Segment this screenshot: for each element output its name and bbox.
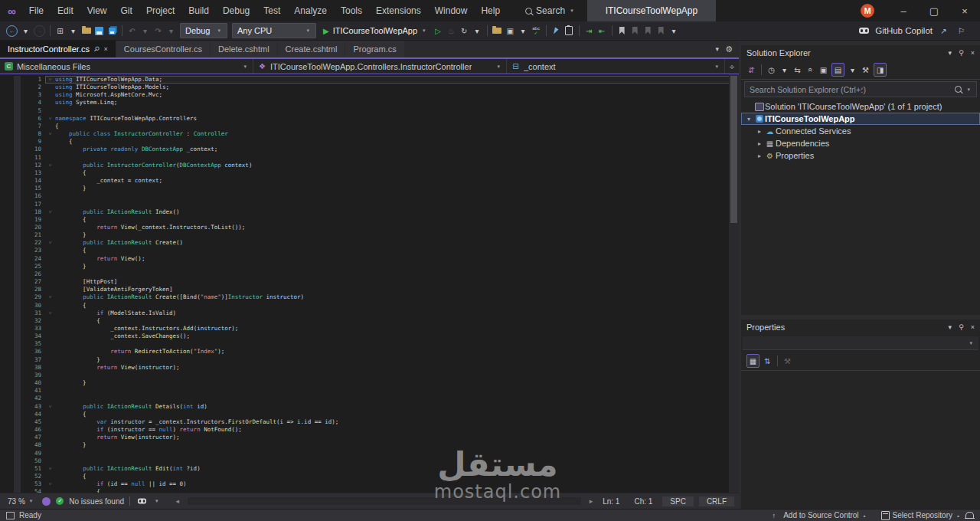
add-to-source-control-button[interactable]: ↑ Add to Source Control ▴ (767, 510, 867, 521)
code-line-36[interactable]: 36 return RedirectToAction("Index"); (0, 348, 739, 356)
fold-chevron-icon[interactable]: ˅ (45, 480, 55, 488)
solution-platforms-dropdown[interactable]: Any CPU ▾ (232, 23, 316, 38)
tree-item-connected-services[interactable]: ▸☁Connected Services (741, 125, 980, 137)
preview-window-icon[interactable]: ▣ (505, 25, 515, 37)
navigate-back-caret[interactable]: ▾ (21, 25, 31, 37)
pin-tab-icon[interactable]: ⚲ (92, 44, 101, 54)
show-all-files-caret[interactable]: ▾ (848, 64, 858, 76)
breakpoint-margin[interactable] (0, 208, 14, 216)
select-repository-button[interactable]: Select Repository ▴ (881, 511, 961, 520)
menu-edit[interactable]: Edit (51, 5, 80, 16)
pin-icon[interactable]: ⚲ (959, 323, 964, 331)
redo-icon[interactable]: ↷ (153, 25, 163, 37)
horizontal-scrollbar[interactable] (188, 497, 581, 505)
breakpoint-margin[interactable] (0, 293, 14, 301)
code-line-29[interactable]: 29˅ public IActionResult Create([Bind("n… (0, 293, 739, 301)
code-line-13[interactable]: 13 { (0, 169, 739, 177)
breakpoint-margin[interactable] (0, 76, 14, 84)
tree-item-solution-iticoursetoolwepapp-1-of-1-proj[interactable]: Solution 'ITICourseToolWepApp' (1 of 1 p… (741, 100, 980, 113)
menu-extensions[interactable]: Extensions (369, 5, 428, 16)
restore-button[interactable]: ▢ (919, 0, 949, 21)
code-line-51[interactable]: 51˅ public IActionResult Edit(int ?id) (0, 465, 739, 473)
code-line-53[interactable]: 53˅ if (id == null || id == 0) (0, 480, 739, 488)
menu-debug[interactable]: Debug (216, 5, 256, 16)
next-bookmark-icon[interactable] (643, 25, 653, 37)
code-line-39[interactable]: 39 (0, 372, 739, 379)
navigate-back-icon[interactable]: ← (6, 25, 18, 37)
code-line-7[interactable]: 7{ (0, 123, 739, 130)
start-without-debugging-icon[interactable]: ▷ (433, 25, 443, 37)
redo-caret[interactable]: ▾ (166, 25, 176, 37)
breakpoint-margin[interactable] (0, 270, 14, 278)
breakpoint-margin[interactable] (0, 364, 14, 372)
expand-arrow-icon[interactable]: ▸ (755, 128, 764, 135)
fold-chevron-icon[interactable]: ˅ (45, 76, 55, 84)
breakpoint-margin[interactable] (0, 247, 14, 254)
breakpoint-margin[interactable] (0, 356, 14, 364)
menu-tools[interactable]: Tools (334, 5, 369, 16)
code-line-31[interactable]: 31˅ if (ModelState.IsValid) (0, 310, 739, 317)
copy-icon[interactable]: ▣ (818, 64, 828, 76)
copilot-status-icon[interactable] (138, 499, 146, 504)
presence-icon[interactable] (42, 497, 51, 506)
solution-explorer-search[interactable]: Search Solution Explorer (Ctrl+؛) ▾ (744, 81, 977, 97)
breakpoint-margin[interactable] (0, 123, 14, 130)
code-line-34[interactable]: 34 _context.SaveChanges(); (0, 333, 739, 340)
indent-in-icon[interactable]: ⇥ (584, 25, 594, 37)
code-line-50[interactable]: 50 (0, 457, 739, 465)
alphabetical-icon[interactable]: ⇅ (763, 355, 773, 367)
breakpoint-margin[interactable] (0, 418, 14, 426)
breakpoint-margin[interactable] (0, 480, 14, 488)
breakpoint-margin[interactable] (0, 84, 14, 91)
save-all-icon[interactable] (107, 25, 117, 37)
breakpoint-margin[interactable] (0, 450, 14, 457)
code-line-48[interactable]: 48 } (0, 441, 739, 449)
collapse-all-icon[interactable]: « (805, 65, 817, 75)
code-line-19[interactable]: 19 { (0, 216, 739, 224)
properties-icon[interactable]: ⚒ (861, 64, 871, 76)
pin-icon[interactable]: ⚲ (959, 49, 964, 57)
scroll-left-icon[interactable]: ◂ (176, 497, 180, 505)
breakpoint-margin[interactable] (0, 130, 14, 138)
breakpoint-margin[interactable] (0, 255, 14, 263)
menu-file[interactable]: File (22, 5, 51, 16)
code-line-28[interactable]: 28 [ValidateAntiForgeryToken] (0, 286, 739, 293)
code-line-54[interactable]: 54 { (0, 488, 739, 493)
start-debugging-button[interactable]: ▶ ITICourseToolWepApp ▾ (323, 26, 427, 35)
code-line-3[interactable]: 3using Microsoft.AspNetCore.Mvc; (0, 91, 739, 99)
window-tab[interactable]: ITICourseToolWepApp (587, 0, 717, 21)
code-line-11[interactable]: 11 (0, 154, 739, 162)
indent-mode-indicator[interactable]: SPC (662, 496, 694, 506)
output-window-icon[interactable] (6, 512, 15, 519)
code-line-17[interactable]: 17 (0, 201, 739, 208)
code-line-52[interactable]: 52 { (0, 473, 739, 480)
find-in-files-icon[interactable] (492, 25, 502, 37)
menu-build[interactable]: Build (181, 5, 216, 16)
tab-list-caret-icon[interactable]: ▾ (716, 45, 720, 53)
fold-chevron-icon[interactable]: ˅ (45, 239, 55, 247)
spell-check-icon[interactable]: abc✓ (531, 25, 541, 37)
code-line-44[interactable]: 44 { (0, 411, 739, 418)
code-line-5[interactable]: 5 (0, 107, 739, 115)
filter-caret[interactable]: ▾ (779, 64, 789, 76)
code-line-16[interactable]: 16 (0, 192, 739, 200)
expand-arrow-icon[interactable]: ▸ (755, 140, 764, 147)
breakpoint-margin[interactable] (0, 387, 14, 395)
breakpoint-margin[interactable] (0, 169, 14, 177)
breakpoint-margin[interactable] (0, 317, 14, 325)
tree-item-iticoursetoolwepapp[interactable]: ▾ITICourseToolWepApp (741, 113, 980, 125)
code-line-38[interactable]: 38 return View(instructor); (0, 364, 739, 372)
breakpoint-margin[interactable] (0, 457, 14, 465)
close-icon[interactable]: × (971, 323, 975, 331)
fold-chevron-icon[interactable]: ˅ (45, 293, 55, 301)
breakpoint-margin[interactable] (0, 216, 14, 224)
restart-caret[interactable]: ▾ (472, 25, 482, 37)
breakpoint-margin[interactable] (0, 224, 14, 231)
code-line-12[interactable]: 12˅ public InstructorController(DBContex… (0, 162, 739, 169)
column-indicator[interactable]: Ch: 1 (629, 497, 657, 506)
breakpoint-margin[interactable] (0, 185, 14, 192)
breakpoint-margin[interactable] (0, 278, 14, 286)
code-line-33[interactable]: 33 _context.Instructors.Add(instructor); (0, 325, 739, 333)
breakpoint-margin[interactable] (0, 162, 14, 169)
code-line-41[interactable]: 41 (0, 387, 739, 395)
